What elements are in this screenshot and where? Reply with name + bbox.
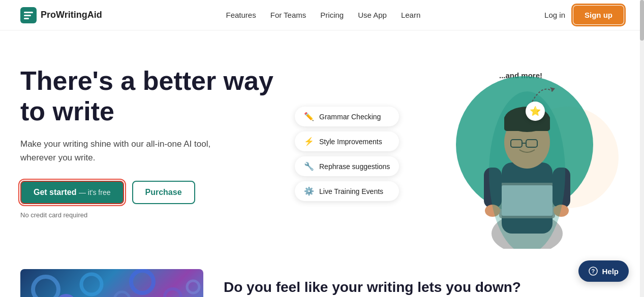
svg-point-25 (165, 289, 181, 297)
help-label: Help (602, 267, 619, 276)
nav-features[interactable]: Features (226, 11, 256, 19)
svg-rect-1 (24, 12, 33, 13)
svg-marker-19 (550, 87, 555, 91)
svg-point-20 (33, 277, 58, 297)
starry-night-svg (20, 269, 203, 297)
nav-learn[interactable]: Learn (401, 11, 420, 19)
nav-use-app[interactable]: Use App (358, 11, 387, 19)
training-label: Live Training Events (319, 187, 383, 195)
rephrase-icon: 🔧 (304, 161, 314, 171)
get-started-button[interactable]: Get started — it's free (20, 181, 124, 204)
training-icon: ⚙️ (304, 186, 314, 196)
feature-pills: ✏️ Grammar Checking ⚡ Style Improvements… (295, 107, 399, 201)
signup-button[interactable]: Sign up (573, 6, 624, 24)
hero-subtitle: Make your writing shine with our all-in-… (20, 137, 213, 164)
svg-point-24 (131, 271, 154, 293)
brand-logo[interactable]: ProWritingAid (20, 7, 102, 23)
nav-for-teams[interactable]: For Teams (270, 11, 306, 19)
bottom-section: Do you feel like your writing lets you d… (0, 269, 644, 297)
bottom-title: Do you feel like your writing lets you d… (224, 279, 603, 295)
svg-point-26 (187, 281, 199, 293)
navbar: ProWritingAid Features For Teams Pricing… (0, 0, 644, 30)
svg-point-22 (81, 274, 102, 294)
purchase-button[interactable]: Purchase (132, 181, 195, 204)
get-started-suffix: — it's free (79, 188, 111, 196)
brand-name: ProWritingAid (41, 10, 102, 20)
style-icon: ⚡ (304, 137, 314, 146)
grammar-label: Grammar Checking (319, 113, 381, 121)
svg-rect-3 (24, 18, 29, 19)
hero-section: There's a better way to write Make your … (0, 30, 644, 259)
pill-grammar: ✏️ Grammar Checking (295, 107, 399, 126)
nav-actions: Log in Sign up (544, 6, 624, 24)
svg-text:?: ? (592, 268, 595, 274)
nav-pricing[interactable]: Pricing (320, 11, 344, 19)
hero-buttons: Get started — it's free Purchase (20, 181, 285, 204)
pill-rephrase: 🔧 Rephrase suggestions (295, 156, 399, 176)
help-icon: ? (589, 267, 598, 276)
svg-point-23 (114, 292, 130, 297)
grammar-icon: ✏️ (304, 112, 314, 121)
bottom-image (20, 269, 203, 297)
hero-title: There's a better way to write (20, 66, 285, 127)
rephrase-label: Rephrase suggestions (319, 162, 390, 171)
style-label: Style Improvements (319, 138, 382, 146)
hero-left: There's a better way to write Make your … (20, 56, 285, 219)
hero-right: ✏️ Grammar Checking ⚡ Style Improvements… (295, 56, 624, 259)
pill-style: ⚡ Style Improvements (295, 131, 399, 151)
logo-icon (20, 7, 37, 23)
get-started-label: Get started (34, 188, 76, 196)
help-button[interactable]: ? Help (578, 260, 629, 282)
pill-training: ⚙️ Live Training Events (295, 181, 399, 201)
bottom-right: Do you feel like your writing lets you d… (203, 269, 624, 297)
nav-links: Features For Teams Pricing Use App Learn (226, 11, 421, 20)
svg-rect-2 (24, 15, 31, 16)
login-link[interactable]: Log in (544, 11, 565, 19)
star-badge: ⭐ (526, 102, 545, 121)
no-credit-text: No credit card required (20, 211, 285, 219)
